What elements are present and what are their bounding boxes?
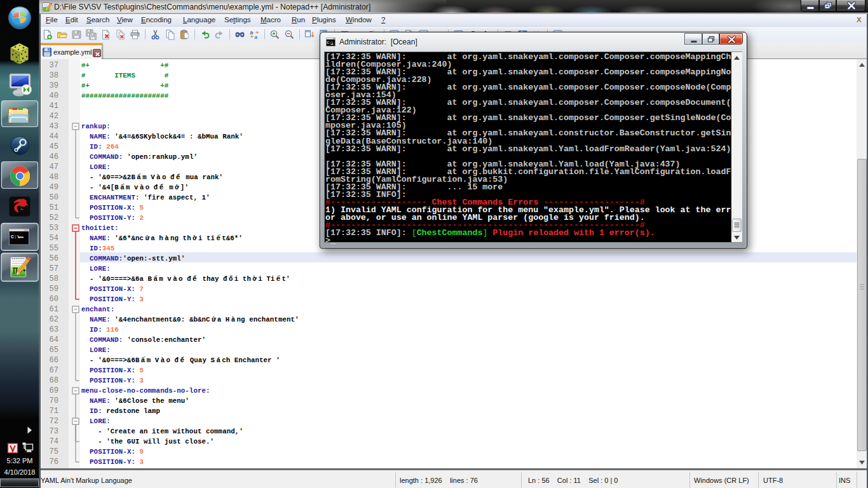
- svg-text:5:32 PM: 5:32 PM: [7, 457, 33, 464]
- svg-text:a: a: [255, 34, 258, 40]
- svg-text:4/10/2018: 4/10/2018: [4, 468, 36, 476]
- svg-text:b: b: [250, 30, 254, 36]
- svg-text:C:\: C:\: [11, 234, 20, 240]
